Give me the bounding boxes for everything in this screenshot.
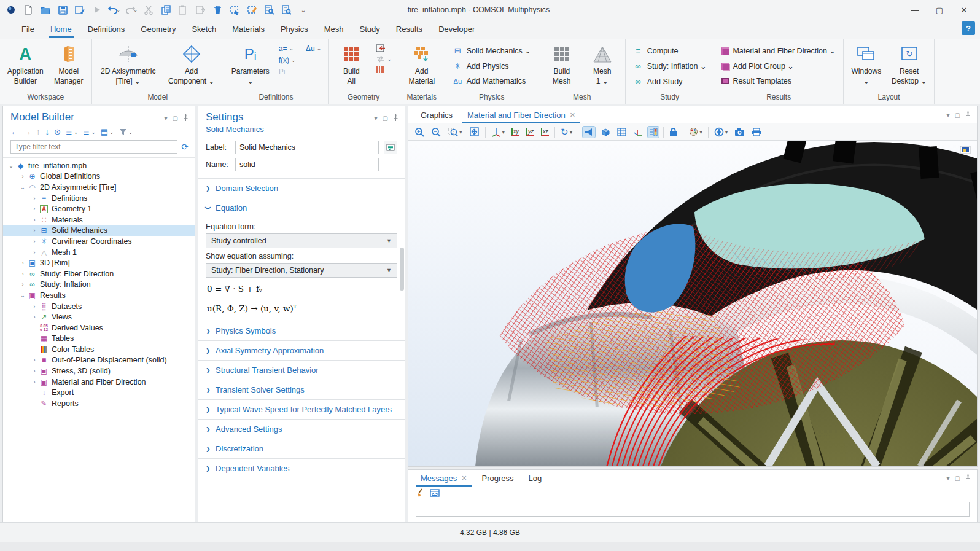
zoom-extents-icon[interactable] [468,125,481,138]
undo-button[interactable]: ⌄ [107,3,122,17]
menu-physics[interactable]: Physics [273,21,316,37]
plot-thumbnail-icon[interactable] [960,146,971,154]
mesh-1-button[interactable]: Mesh 1 ⌄ [583,41,621,88]
parameter-case-button[interactable]: Pi [276,67,324,77]
view-xy-icon[interactable]: xy [510,127,521,137]
menu-geometry[interactable]: Geometry [133,21,184,37]
copy-button[interactable] [158,3,173,17]
tree-item[interactable]: ⌄▣Results [3,290,195,301]
message-log-icon[interactable] [430,489,440,499]
tree-expander[interactable]: › [18,260,27,266]
add-material-button[interactable]: Add Material [403,41,441,88]
section-physics-symbols[interactable]: ❯Physics Symbols [198,321,405,340]
collapse-all-button[interactable]: ≣⌄ [66,127,78,136]
float-panel-icon[interactable]: ▢ [383,115,388,122]
move-down-button[interactable]: ↓ [45,127,50,136]
study-inflation-dropdown[interactable]: ∞Study: Inflation ⌄ [629,60,710,72]
tree-item[interactable]: ›AGeometry 1 [3,203,195,214]
tree-item[interactable]: ⌄◠2D Axisymmetric [Tire] [3,182,195,193]
result-templates-button[interactable]: Result Templates [718,76,839,87]
open-file-button[interactable] [38,3,53,17]
axisymmetric-tire-button[interactable]: 2D Axisymmetric [Tire] ⌄ [96,41,161,88]
compute-button[interactable]: =Compute [629,45,710,57]
rename-label-button[interactable] [384,141,397,154]
lock-view-icon[interactable] [668,127,679,138]
delete-button[interactable] [210,3,225,17]
environment-icon[interactable]: ▾ [713,126,729,138]
section-structural-transient-behavior[interactable]: ❯Structural Transient Behavior [198,360,405,380]
build-all-geometry-button[interactable]: Build All [332,41,370,88]
panel-menu-icon[interactable]: ▾ [947,112,950,119]
section-domain-selection[interactable]: ❯Domain Selection [198,178,405,198]
model-manager-button[interactable]: Model Manager [50,41,88,88]
menu-study[interactable]: Study [352,21,388,37]
tree-expander[interactable]: › [30,249,39,256]
tree-expander[interactable]: › [30,314,39,320]
default-view-icon[interactable]: ▾ [490,126,507,138]
zoom-out-icon[interactable] [430,126,442,138]
tree-expander[interactable]: › [30,227,39,233]
find-results-button[interactable] [279,3,294,17]
axis-orientation-icon[interactable] [632,127,644,138]
tree-expander[interactable]: › [30,357,39,363]
expand-all-button[interactable]: ≣⌄ [83,127,95,136]
tree-item[interactable]: ›∞Study: Inflation [3,279,195,291]
pin-panel-icon[interactable] [393,114,399,122]
add-component-button[interactable]: Add Component ⌄ [163,41,220,88]
clear-messages-icon[interactable] [416,488,424,499]
tab-graphics[interactable]: Graphics [414,108,459,122]
color-legend-icon[interactable] [648,127,659,138]
messages-output[interactable] [416,502,970,517]
tree-expander[interactable]: › [30,206,39,212]
tree-expander[interactable]: ⌄ [18,292,27,299]
section-typical-wave-speed-for-perfectly-matched-layers[interactable]: ❯Typical Wave Speed for Perfectly Matche… [198,399,405,419]
tree-item[interactable]: ›⣿Datasets [3,301,195,312]
paste-button[interactable] [176,3,190,17]
close-button[interactable]: ✕ [952,1,976,18]
solid-mechanics-dropdown[interactable]: ⊟Solid Mechanics ⌄ [449,45,535,57]
duplicate-button[interactable] [193,3,208,17]
add-plot-group-dropdown[interactable]: Add Plot Group ⌄ [718,60,839,72]
show-grid-icon[interactable] [616,127,628,138]
material-fiber-direction-dropdown[interactable]: Material and Fiber Direction ⌄ [718,45,839,57]
tree-item[interactable]: ⌄◆tire_inflation.mph [3,160,195,171]
tree-item[interactable]: ›▣Stress, 3D (solid) [3,365,195,377]
tab-progress[interactable]: Progress [475,471,519,485]
run-button[interactable] [90,3,104,17]
cut-button[interactable] [141,3,156,17]
panel-menu-icon[interactable]: ▾ [947,475,950,482]
tree-item[interactable]: ▦Tables [3,334,195,345]
tab-material-and-fiber-direction[interactable]: Material and Fiber Direction✕ [461,108,581,122]
filter-funnel-button[interactable]: ⌄ [119,128,133,136]
menu-mesh[interactable]: Mesh [316,21,352,37]
pin-panel-icon[interactable] [965,474,971,482]
panel-menu-icon[interactable]: ▾ [375,115,378,122]
tree-item[interactable]: ✎Reports [3,398,195,409]
panel-menu-icon[interactable]: ▾ [165,115,168,122]
save-button[interactable] [55,3,70,17]
model-tree-nodes-button[interactable]: ▤⌄ [101,127,114,136]
forward-button[interactable]: → [23,127,31,136]
tab-log[interactable]: Log [523,471,548,485]
new-file-button[interactable] [21,3,36,17]
equation-form-dropdown[interactable]: Study controlled▼ [206,233,397,248]
menu-file[interactable]: File [14,21,42,37]
tree-item[interactable]: ›⊕Global Definitions [3,171,195,182]
tree-expander[interactable]: › [30,238,39,244]
minimize-button[interactable]: — [903,1,927,18]
section-dependent-variables[interactable]: ❯Dependent Variables [198,458,405,478]
reset-desktop-button[interactable]: ↻ Reset Desktop ⌄ [888,41,930,88]
application-builder-button[interactable]: A Application Builder [4,41,47,88]
image-snapshot-icon[interactable] [733,127,746,137]
clear-selection-button[interactable] [244,3,259,17]
menu-developer[interactable]: Developer [430,21,483,37]
tree-expander[interactable]: ⌄ [18,184,27,190]
variables-button[interactable]: a=⌄ [276,44,297,53]
section-transient-solver-settings[interactable]: ❯Transient Solver Settings [198,380,405,399]
settings-scrollbar[interactable] [400,248,404,291]
add-study-button[interactable]: ∞Add Study [629,76,710,87]
environment-reflections-icon[interactable] [599,127,612,138]
tree-item[interactable]: ›▣3D [Rim] [3,257,195,268]
pin-panel-icon[interactable] [965,111,971,119]
tree-expander[interactable]: › [30,379,39,385]
